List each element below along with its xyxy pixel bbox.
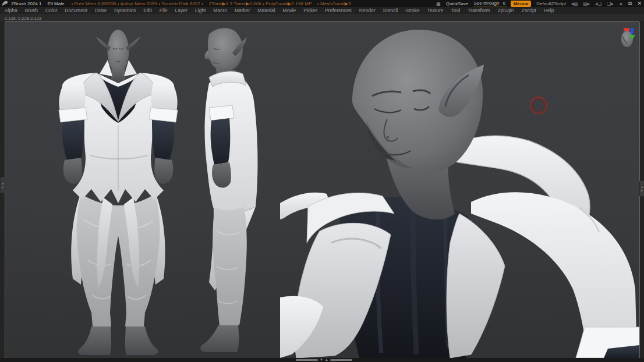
see-through-slider[interactable]: See-through0 (473, 1, 505, 7)
menu-item-zplugin[interactable]: Zplugin (498, 8, 514, 13)
zbrush-window: ZBrush 2024.1 Elf Male • Free Mem 6,592G… (0, 0, 644, 362)
model-closeup-view (280, 30, 639, 358)
stats-meshcount: • MeshCount▶3 (317, 1, 351, 6)
divider-bar-right[interactable] (330, 359, 352, 361)
menu-item-stroke[interactable]: Stroke (405, 8, 420, 13)
stats-memory: • Free Mem 6,592GB • Active Mem 2055 • S… (71, 1, 203, 6)
menu-item-macro[interactable]: Macro (213, 8, 227, 13)
menu-item-edit[interactable]: Edit (143, 8, 152, 13)
menu-item-dynamics[interactable]: Dynamics (114, 8, 136, 13)
divider-bar-left[interactable] (296, 359, 318, 361)
menu-item-marker[interactable]: Marker (235, 8, 250, 13)
default-zscript-button[interactable]: DefaultZScript (536, 1, 566, 6)
stats-timers: ZTime▶1.3 Timer▶0.006 • PolyCount▶2.198 … (209, 1, 312, 6)
document-name: Elf Male (47, 1, 64, 6)
see-through-value: 0 (503, 1, 505, 6)
sculpt-viewport (5, 22, 639, 358)
menu-item-brush[interactable]: Brush (25, 8, 38, 13)
tray-arrow-right-icon: ▸ (641, 189, 643, 192)
menu-item-material[interactable]: Material (257, 8, 275, 13)
menu-bar: AlphaBrushColorDocumentDrawDynamicsEditF… (0, 7, 644, 14)
model-front-view (59, 30, 178, 355)
menu-item-preferences[interactable]: Preferences (325, 8, 352, 13)
close-icon[interactable]: ✕ (637, 1, 642, 6)
expand-arrow-icon[interactable]: ▲ (325, 359, 328, 361)
see-through-label: See-through (473, 1, 499, 6)
right-tray-toggle-icon[interactable]: ▤▸ (583, 1, 590, 6)
menu-item-layer[interactable]: Layer (175, 8, 187, 13)
status-stats: • Free Mem 6,592GB • Active Mem 2055 • S… (71, 1, 355, 6)
app-title: ZBrush 2024.1 (11, 1, 41, 6)
document-canvas[interactable] (5, 21, 640, 359)
menu-item-alpha[interactable]: Alpha (5, 8, 17, 13)
menu-item-movie[interactable]: Movie (283, 8, 296, 13)
right-palette-toggle-icon[interactable]: ❏▸ (607, 1, 613, 6)
tray-arrow-right-icon: ▸ (2, 185, 3, 189)
minimize-icon[interactable]: ⌅ (618, 1, 623, 6)
axis-red-swatch (624, 28, 629, 31)
coordinates-readout: 0.126,-0.228,0.123 (5, 16, 41, 21)
menu-item-file[interactable]: File (160, 8, 168, 13)
menu-item-document[interactable]: Document (65, 8, 87, 13)
left-tray-handle[interactable]: ◂ ▸ (0, 177, 5, 193)
right-tray-handle[interactable]: ◂ ▸ (639, 180, 644, 197)
menu-item-tool[interactable]: Tool (451, 8, 461, 13)
menu-item-render[interactable]: Render (359, 8, 376, 13)
menu-item-stencil[interactable]: Stencil (383, 8, 398, 13)
bottom-tray-divider[interactable]: ▼ ▲ (296, 359, 352, 361)
quicksave-button[interactable]: QuickSave (446, 1, 469, 6)
grid-icon[interactable]: ▦ (436, 1, 441, 6)
zbrush-logo-icon (1, 1, 9, 6)
left-palette-toggle-icon[interactable]: ◂❏ (595, 1, 601, 6)
menu-item-help[interactable]: Help (544, 8, 554, 13)
menu-item-color[interactable]: Color (45, 8, 57, 13)
menu-item-zscript[interactable]: Zscript (521, 8, 536, 13)
menu-item-picker[interactable]: Picker (303, 8, 317, 13)
top-strip: 0.126,-0.228,0.123 (0, 14, 644, 21)
left-tray-toggle-icon[interactable]: ◂▤ (571, 1, 578, 6)
collapse-arrow-icon[interactable]: ▼ (320, 359, 323, 361)
brush-cursor (530, 97, 547, 113)
menu-item-transform[interactable]: Transform (468, 8, 490, 13)
model-side-view (200, 28, 257, 352)
menu-item-light[interactable]: Light (195, 8, 206, 13)
axis-blue-swatch (631, 28, 634, 34)
menu-item-draw[interactable]: Draw (95, 8, 107, 13)
menu-item-texture[interactable]: Texture (427, 8, 444, 13)
restore-icon[interactable]: ⧉ (628, 1, 632, 7)
title-bar: ZBrush 2024.1 Elf Male • Free Mem 6,592G… (0, 0, 644, 7)
menus-button[interactable]: Menus (511, 1, 531, 7)
